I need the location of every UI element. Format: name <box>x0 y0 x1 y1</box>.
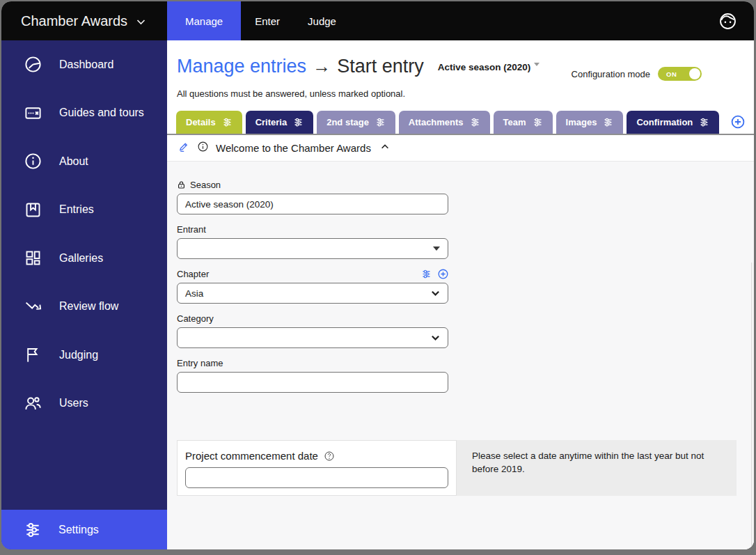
plus-circle-icon[interactable] <box>438 269 448 279</box>
field-label-row: Category <box>177 313 448 324</box>
sidebar-item-entries[interactable]: Entries <box>1 186 167 235</box>
scrollbar-track[interactable] <box>751 263 754 549</box>
top-bar-spacer <box>350 1 718 40</box>
app-window: Chamber Awards Manage Enter Judge <box>1 1 754 549</box>
tab-sliders-icon <box>375 117 386 127</box>
mini-sliders-icon[interactable] <box>421 269 432 279</box>
sidebar-item-label: Review flow <box>59 300 118 313</box>
configuration-mode-group: Configuration mode ON <box>572 67 702 81</box>
help-text: Please select a date anytime within the … <box>472 451 704 474</box>
field-season: Season Active season (2020) <box>177 180 448 214</box>
app-switcher[interactable]: Chamber Awards <box>1 1 167 40</box>
account-menu[interactable] <box>718 1 754 40</box>
top-nav-enter[interactable]: Enter <box>241 1 294 40</box>
season-selector-value: Active season (2020) <box>438 62 531 72</box>
toggle-state-label: ON <box>666 70 677 78</box>
help-circle-icon[interactable] <box>324 451 335 462</box>
add-tab-button[interactable] <box>731 115 745 129</box>
entry-tab-strip: Details Criteria 2nd stage Attachments T… <box>167 111 754 135</box>
tab-team[interactable]: Team <box>494 111 553 134</box>
project-commencement-date-input[interactable] <box>185 467 448 488</box>
sidebar-item-label: Judging <box>59 349 98 361</box>
tab-sliders-icon <box>699 117 709 127</box>
sidebar-item-judging[interactable]: Judging <box>1 331 167 380</box>
field-label-row: Entrant <box>177 224 448 235</box>
tab-sliders-icon <box>533 117 543 127</box>
breadcrumb-manage-entries-link[interactable]: Manage entries <box>177 56 306 77</box>
tab-label: Team <box>503 117 526 127</box>
sidebar-item-label: Guides and tours <box>59 107 144 119</box>
field-config-icons <box>421 269 448 279</box>
tab-criteria[interactable]: Criteria <box>246 111 314 134</box>
grid-layout-icon <box>24 249 42 267</box>
field-label-row: Entry name <box>177 358 448 368</box>
tab-sliders-icon <box>603 117 613 127</box>
field-label: Season <box>190 180 221 190</box>
tab-label: Details <box>186 117 216 127</box>
sidebar-item-galleries[interactable]: Galleries <box>1 234 167 283</box>
field-label: Category <box>177 313 214 324</box>
tab-images[interactable]: Images <box>556 111 624 134</box>
sidebar-item-dashboard[interactable]: Dashboard <box>1 40 167 89</box>
top-nav-label: Judge <box>308 15 336 27</box>
tab-details[interactable]: Details <box>176 111 242 134</box>
section-info-icon <box>197 141 209 155</box>
entrant-dropdown[interactable] <box>177 238 448 259</box>
toggle-knob <box>689 68 700 79</box>
field-label: Chapter <box>177 269 209 279</box>
sidebar-item-about[interactable]: About <box>1 137 167 186</box>
top-bar: Chamber Awards Manage Enter Judge <box>1 1 754 40</box>
lock-icon <box>177 180 186 189</box>
body-row: Dashboard Guides and tours About <box>1 40 754 549</box>
field-category: Category <box>177 313 448 348</box>
tab-confirmation[interactable]: Confirmation <box>627 111 719 134</box>
season-input[interactable]: Active season (2020) <box>177 194 448 214</box>
top-nav-manage[interactable]: Manage <box>167 1 241 40</box>
season-value: Active season (2020) <box>185 199 274 210</box>
brand-title: Chamber Awards <box>21 13 127 29</box>
entry-name-input[interactable] <box>177 372 448 393</box>
caret-down-icon <box>534 63 540 66</box>
section-header: Welcome to the Chamber Awards <box>167 135 754 162</box>
chevron-up-icon <box>380 142 390 152</box>
date-question-label-row: Project commencement date <box>185 450 448 462</box>
sidebar-item-label: Dashboard <box>59 58 113 71</box>
tab-label: Attachments <box>409 117 464 127</box>
top-nav-judge[interactable]: Judge <box>294 1 350 40</box>
sidebar-item-users[interactable]: Users <box>1 380 167 428</box>
field-entrant: Entrant <box>177 224 448 259</box>
sidebar-item-guides-and-tours[interactable]: Guides and tours <box>1 89 167 138</box>
field-entry-name: Entry name <box>177 358 448 393</box>
edit-section-button[interactable] <box>179 141 190 155</box>
form-content: Season Active season (2020) Entrant <box>167 162 754 549</box>
tab-sliders-icon <box>293 117 304 127</box>
date-question-row: Project commencement date Please select … <box>177 440 737 496</box>
pencil-edit-icon <box>179 141 190 153</box>
sidebar-item-review-flow[interactable]: Review flow <box>1 283 167 331</box>
date-question-card: Project commencement date <box>177 440 457 496</box>
tab-label: Images <box>566 117 597 127</box>
configuration-mode-toggle[interactable]: ON <box>658 67 702 81</box>
sidebar-item-label: Users <box>59 397 88 409</box>
category-select[interactable] <box>177 327 448 348</box>
tab-label: 2nd stage <box>326 117 369 127</box>
page-title: Start entry <box>337 56 424 77</box>
chevron-down-icon <box>136 17 146 27</box>
sidebar-item-label: Galleries <box>59 252 103 265</box>
tab-sliders-icon <box>222 117 233 127</box>
collapse-section-button[interactable] <box>378 142 390 155</box>
sidebar-item-settings[interactable]: Settings <box>1 510 167 549</box>
top-nav-label: Enter <box>255 15 280 27</box>
tab-sliders-icon <box>470 117 480 127</box>
season-selector-dropdown[interactable]: Active season (2020) <box>438 62 540 72</box>
flag-icon <box>24 345 42 364</box>
breadcrumb-arrow: → <box>313 56 331 77</box>
map-icon <box>24 104 42 123</box>
sidebar: Dashboard Guides and tours About <box>1 40 167 549</box>
instructions-note: All questions must be answered, unless m… <box>177 88 754 99</box>
tab-attachments[interactable]: Attachments <box>399 111 490 134</box>
tab-2nd-stage[interactable]: 2nd stage <box>317 111 395 134</box>
field-label: Entrant <box>177 224 206 235</box>
chapter-select[interactable]: Asia <box>177 283 448 304</box>
chapter-value: Asia <box>185 288 203 299</box>
